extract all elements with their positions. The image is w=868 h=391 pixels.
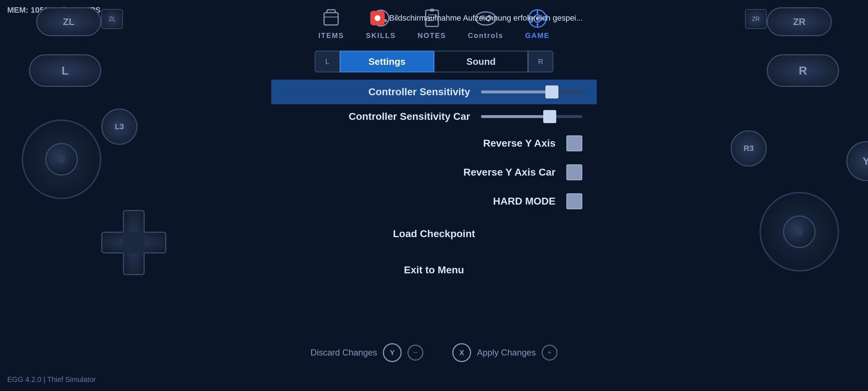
reverse-y-toggle[interactable] xyxy=(566,135,582,151)
tab-l-button[interactable]: L xyxy=(315,51,340,72)
left-stick[interactable] xyxy=(22,119,101,199)
dpad-center xyxy=(123,232,145,253)
bottom-actions: Discard Changes Y − X Apply Changes + xyxy=(311,343,558,362)
notes-label: NOTES xyxy=(418,31,446,40)
skills-label: SKILLS xyxy=(366,31,396,40)
controller-sensitivity-car-slider[interactable] xyxy=(481,115,582,118)
record-icon xyxy=(370,11,385,25)
slider-fill-2 xyxy=(481,115,550,118)
setting-row-controller-sensitivity[interactable]: Controller Sensitivity xyxy=(271,80,597,104)
controls-label: Controls xyxy=(468,31,503,40)
nav-items[interactable]: ITEMS xyxy=(318,8,344,40)
controller-sensitivity-car-label: Controller Sensitivity Car xyxy=(318,111,470,122)
setting-row-load-checkpoint[interactable]: Load Checkpoint xyxy=(271,216,597,252)
apply-sign: + xyxy=(541,345,557,361)
setting-row-exit-to-menu[interactable]: Exit to Menu xyxy=(271,252,597,288)
reverse-y-car-toggle[interactable] xyxy=(566,164,582,180)
footer-info: EGG 4.2.0 | Thief Simulator xyxy=(7,375,96,384)
game-label: GAME xyxy=(525,31,550,40)
r-button[interactable]: R xyxy=(767,54,839,87)
r3-button[interactable]: R3 xyxy=(731,130,767,167)
reverse-y-label: Reverse Y Axis xyxy=(404,138,556,149)
hard-mode-label: HARD MODE xyxy=(404,196,556,207)
slider-thumb-1 xyxy=(545,85,558,98)
discard-y-button[interactable]: Y xyxy=(383,343,402,362)
tabs-row: L Settings Sound R xyxy=(271,51,597,72)
right-stick-area xyxy=(760,192,839,272)
notification-text: Bildschirmaufnahme Aufzeichnung erfolgre… xyxy=(389,13,583,23)
l-button[interactable]: L xyxy=(29,54,101,87)
setting-row-controller-sensitivity-car[interactable]: Controller Sensitivity Car xyxy=(271,104,597,129)
tab-sound[interactable]: Sound xyxy=(434,51,528,72)
apply-action[interactable]: X Apply Changes + xyxy=(452,343,558,362)
apply-label: Apply Changes xyxy=(477,348,536,358)
main-content: L Settings Sound R Controller Sensitivit… xyxy=(271,51,597,288)
notification-bar: Bildschirmaufnahme Aufzeichnung erfolgre… xyxy=(370,11,583,25)
right-stick-inner xyxy=(783,215,816,248)
left-stick-inner xyxy=(45,143,78,176)
left-stick-dot xyxy=(58,156,65,163)
right-stick[interactable] xyxy=(760,192,839,272)
slider-fill-1 xyxy=(481,91,552,93)
discard-action[interactable]: Discard Changes Y − xyxy=(311,343,424,362)
exit-to-menu-label[interactable]: Exit to Menu xyxy=(398,258,470,282)
reverse-y-car-label: Reverse Y Axis Car xyxy=(404,167,556,178)
slider-thumb-2 xyxy=(543,110,556,123)
version-label: EGG 4.2.0 | Thief Simulator xyxy=(7,375,96,383)
tab-r-button[interactable]: R xyxy=(528,51,553,72)
discard-sign: − xyxy=(408,345,424,361)
setting-row-reverse-y[interactable]: Reverse Y Axis xyxy=(271,129,597,158)
discard-label: Discard Changes xyxy=(311,348,377,358)
tab-settings[interactable]: Settings xyxy=(340,51,434,72)
svg-rect-1 xyxy=(324,13,338,25)
load-checkpoint-label[interactable]: Load Checkpoint xyxy=(387,222,481,245)
dpad[interactable]: ✚ xyxy=(101,210,166,275)
top-nav: Bildschirmaufnahme Aufzeichnung erfolgre… xyxy=(0,0,868,47)
setting-row-hard-mode[interactable]: HARD MODE xyxy=(271,187,597,216)
svg-point-0 xyxy=(375,15,380,21)
settings-panel: Controller Sensitivity Controller Sensit… xyxy=(271,80,597,288)
items-label: ITEMS xyxy=(318,31,344,40)
controller-sensitivity-slider[interactable] xyxy=(481,91,582,93)
controller-sensitivity-label: Controller Sensitivity xyxy=(318,86,470,98)
left-stick-area xyxy=(22,119,101,199)
apply-x-button[interactable]: X xyxy=(452,343,471,362)
right-stick-dot xyxy=(796,228,803,235)
items-icon xyxy=(320,8,342,29)
setting-row-reverse-y-car[interactable]: Reverse Y Axis Car xyxy=(271,158,597,187)
y-button[interactable]: Y xyxy=(846,141,868,181)
l3-button[interactable]: L3 xyxy=(101,109,137,145)
hard-mode-toggle[interactable] xyxy=(566,193,582,209)
